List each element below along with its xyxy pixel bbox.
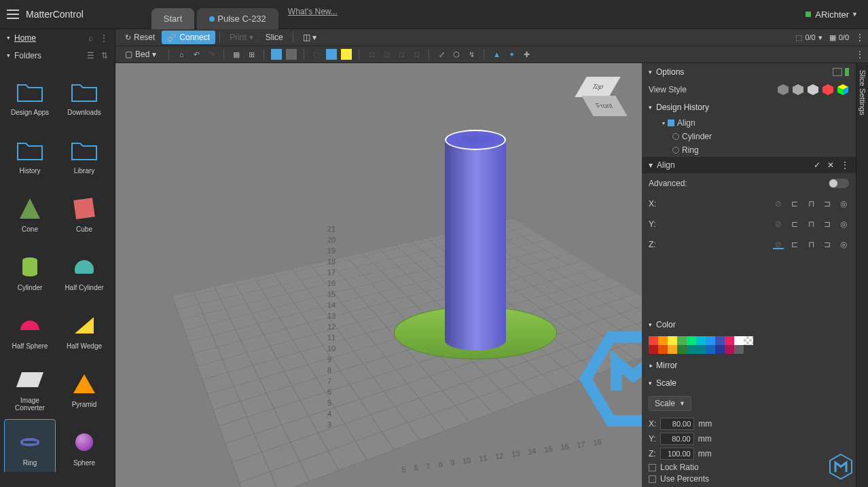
stat-1[interactable]: ⬚0/0▾	[795, 33, 822, 42]
connect-button[interactable]: 🔗Connect	[162, 31, 215, 44]
library-item-design-apps[interactable]: Design Apps	[4, 69, 56, 124]
right-tab-slice-settings[interactable]: Slice Settings	[857, 66, 868, 487]
library-item-sphere[interactable]: Sphere	[58, 419, 110, 472]
confirm-icon[interactable]: ✓	[814, 160, 820, 170]
menu-icon[interactable]	[7, 10, 19, 19]
library-item-half-sphere[interactable]: Half Sphere	[4, 302, 56, 358]
view-icon[interactable]	[845, 68, 849, 76]
align-origin-icon[interactable]: ◎	[838, 219, 849, 229]
cube-view-button[interactable]: ◫ ▾	[297, 31, 322, 44]
color-swatch[interactable]	[658, 336, 668, 345]
library-item-cone[interactable]: Cone	[4, 185, 56, 241]
tree-align[interactable]: ▾Align	[642, 116, 856, 130]
tool-icon[interactable]	[286, 49, 297, 60]
scale-y-input[interactable]	[660, 433, 694, 445]
options-header[interactable]: ▾Options	[642, 63, 856, 81]
more-icon[interactable]: ⋮	[100, 33, 108, 43]
align-none-icon[interactable]: ⊘	[773, 219, 784, 229]
ops-icon[interactable]: ✚	[521, 49, 532, 60]
color-swatch[interactable]	[734, 336, 744, 345]
close-icon[interactable]: ✕	[827, 160, 834, 170]
ops-icon[interactable]: ▲	[491, 49, 502, 60]
color-swatch[interactable]	[734, 345, 744, 354]
use-percents-checkbox[interactable]	[649, 475, 656, 483]
color-swatch[interactable]	[687, 345, 696, 354]
more-icon[interactable]: ⋮	[841, 160, 849, 170]
whats-new-link[interactable]: What's New...	[288, 7, 338, 22]
scale-z-input[interactable]	[660, 448, 694, 460]
transform-icon[interactable]: ⤢	[436, 49, 447, 60]
color-swatch[interactable]	[725, 345, 734, 354]
tree-ring[interactable]: Ring	[642, 143, 856, 157]
viewstyle-icon[interactable]	[807, 84, 819, 96]
color-swatch[interactable]	[715, 336, 725, 345]
color-swatch-none[interactable]	[744, 336, 753, 345]
list-view-icon[interactable]: ☰	[87, 51, 94, 60]
sort-icon[interactable]: ⇅	[101, 51, 108, 60]
viewstyle-icon[interactable]	[822, 84, 834, 96]
align-left-icon[interactable]: ⊏	[789, 240, 800, 249]
undo-icon[interactable]: ↶	[191, 49, 202, 60]
home-link[interactable]: Home	[14, 33, 88, 43]
color-swatch[interactable]	[715, 345, 725, 354]
navcube-top[interactable]: Top	[575, 77, 620, 97]
group-icon[interactable]: ⊡	[381, 49, 392, 60]
navcube-front[interactable]: Front	[581, 96, 627, 116]
align-origin-icon[interactable]: ◎	[838, 240, 849, 249]
color-swatch[interactable]	[677, 345, 687, 354]
redo-icon[interactable]: ↷	[206, 49, 217, 60]
align-center-icon[interactable]: ⊓	[806, 199, 816, 209]
user-name[interactable]: ARichter	[815, 10, 849, 20]
user-chevron-icon[interactable]: ▼	[852, 11, 858, 18]
tab-start[interactable]: Start	[151, 8, 194, 29]
align-left-icon[interactable]: ⊏	[789, 199, 800, 209]
library-item-ring[interactable]: Ring	[4, 419, 56, 472]
color-swatch[interactable]	[649, 336, 658, 345]
bed-dropdown[interactable]: ▢Bed ▾	[120, 48, 162, 61]
group-icon[interactable]: ⊡	[366, 49, 377, 60]
advanced-toggle[interactable]	[829, 179, 849, 188]
library-item-half-wedge[interactable]: Half Wedge	[58, 302, 110, 358]
align-none-icon[interactable]: ⊘	[773, 240, 784, 249]
library-item-image-converter[interactable]: Image Converter	[4, 361, 56, 416]
viewstyle-icon[interactable]	[777, 84, 789, 96]
align-none-icon[interactable]: ⊘	[773, 199, 784, 209]
tree-cylinder[interactable]: Cylinder	[642, 130, 856, 143]
scale-x-input[interactable]	[660, 418, 694, 430]
library-item-library[interactable]: Library	[58, 127, 110, 183]
toolbar-more-icon[interactable]: ⋮	[856, 50, 864, 59]
scale-mode-select[interactable]: Scale▼	[649, 396, 691, 411]
align-center-icon[interactable]: ⊓	[806, 240, 816, 249]
tool-icon[interactable]	[341, 49, 352, 60]
library-item-cylinder[interactable]: Cylinder	[4, 244, 56, 300]
color-swatch[interactable]	[706, 345, 715, 354]
library-item-half-cylinder[interactable]: Half Cylinder	[58, 244, 110, 300]
library-item-cube[interactable]: Cube	[58, 185, 110, 241]
color-swatch[interactable]	[649, 345, 658, 354]
color-swatch[interactable]	[668, 345, 677, 354]
viewstyle-icon[interactable]	[792, 84, 804, 96]
print-button[interactable]: Print ▾	[224, 31, 259, 44]
tool-icon[interactable]: ▦	[231, 49, 242, 60]
transform-icon[interactable]: ⬡	[451, 49, 462, 60]
scale-header[interactable]: ▾Scale	[642, 374, 856, 392]
color-swatch[interactable]	[725, 336, 734, 345]
tool-icon[interactable]	[326, 49, 337, 60]
align-left-icon[interactable]: ⊏	[789, 219, 800, 229]
color-swatch[interactable]	[668, 336, 677, 345]
tool-icon[interactable]: ▢	[311, 49, 322, 60]
color-swatch[interactable]	[687, 336, 696, 345]
color-swatch[interactable]	[706, 336, 715, 345]
tab-printer[interactable]: Pulse C-232	[197, 8, 278, 29]
reset-button[interactable]: ↻Reset	[120, 31, 160, 44]
align-origin-icon[interactable]: ◎	[838, 199, 849, 209]
group-icon[interactable]: ⊡	[396, 49, 407, 60]
slice-button[interactable]: Slice	[260, 31, 289, 44]
search-icon[interactable]: ⌕	[88, 33, 93, 43]
ops-icon[interactable]: ✦	[506, 49, 517, 60]
align-right-icon[interactable]: ⊐	[822, 219, 833, 229]
viewstyle-icon[interactable]	[837, 84, 849, 96]
align-right-icon[interactable]: ⊐	[822, 199, 833, 209]
view-icon[interactable]	[833, 68, 842, 76]
group-icon[interactable]: ⊡	[411, 49, 422, 60]
